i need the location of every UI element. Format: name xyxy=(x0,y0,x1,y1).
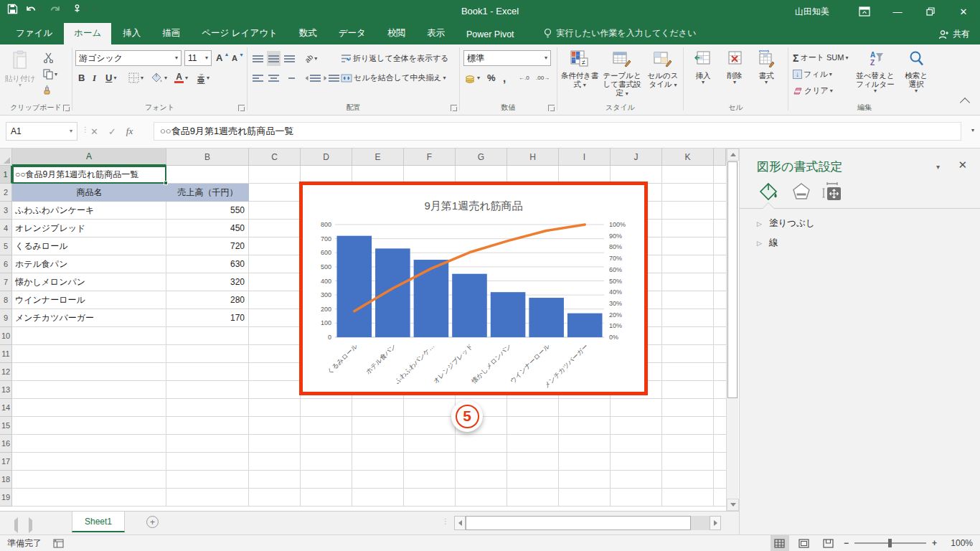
column-header-F[interactable]: F xyxy=(404,149,456,166)
cell-A4[interactable]: オレンジブレッド xyxy=(12,220,164,237)
restore-button[interactable] xyxy=(914,0,947,23)
ribbon-tab-Power Pivot[interactable]: Power Pivot xyxy=(456,25,524,44)
scroll-right-icon[interactable] xyxy=(710,516,721,530)
minimize-button[interactable]: — xyxy=(881,0,914,23)
scroll-left-icon[interactable] xyxy=(454,516,466,530)
borders-icon[interactable]: ▾ xyxy=(127,70,145,85)
ribbon-tab-表示[interactable]: 表示 xyxy=(417,23,455,44)
row-header-13[interactable]: 13 xyxy=(0,381,12,399)
font-name-combo[interactable]: 游ゴシック▾ xyxy=(75,50,182,66)
close-button[interactable]: ✕ xyxy=(947,0,980,23)
clear-button[interactable]: クリア▾ xyxy=(791,83,834,98)
bold-button[interactable]: B xyxy=(77,70,86,85)
name-box[interactable]: A1▾ xyxy=(6,122,77,141)
tab-split-handle[interactable]: ⋮ xyxy=(442,517,450,525)
pane-close-icon[interactable]: ✕ xyxy=(958,159,967,171)
delete-cells-button[interactable]: 削除▾ xyxy=(720,47,750,100)
row-header-11[interactable]: 11 xyxy=(0,345,12,363)
alignment-dialog-launcher-icon[interactable] xyxy=(451,105,457,111)
underline-button[interactable]: U▾ xyxy=(104,70,118,85)
increase-indent-icon[interactable] xyxy=(322,70,341,85)
phonetic-guide-icon[interactable]: ア亜 ▾ xyxy=(196,70,211,85)
align-top-icon[interactable] xyxy=(251,51,265,66)
row-header-4[interactable]: 4 xyxy=(0,220,12,237)
increase-font-icon[interactable]: A▲ xyxy=(215,50,230,65)
column-header-partial[interactable] xyxy=(714,149,726,166)
zoom-out-icon[interactable]: − xyxy=(844,538,849,548)
row-header-3[interactable]: 3 xyxy=(0,202,12,220)
fill-line-icon[interactable] xyxy=(758,182,778,204)
align-right-icon[interactable] xyxy=(283,70,296,85)
column-header-D[interactable]: D xyxy=(301,149,352,166)
column-header-I[interactable]: I xyxy=(559,149,611,166)
ribbon-tab-校閲[interactable]: 校閲 xyxy=(377,23,415,44)
zoom-slider-thumb[interactable] xyxy=(888,539,892,547)
ribbon-tab-ホーム[interactable]: ホーム xyxy=(64,23,111,44)
row-header-14[interactable]: 14 xyxy=(0,399,12,417)
collapse-ribbon-icon[interactable] xyxy=(960,98,970,108)
user-name[interactable]: 山田知美 xyxy=(795,6,829,18)
column-header-B[interactable]: B xyxy=(166,149,249,166)
horizontal-scroll-thumb[interactable] xyxy=(466,516,691,530)
row-header-12[interactable]: 12 xyxy=(0,363,12,381)
format-painter-icon[interactable] xyxy=(42,83,55,98)
row-header-1[interactable]: 1 xyxy=(0,166,12,184)
fill-button[interactable]: ↓ フィル▾ xyxy=(791,67,834,82)
cut-icon[interactable] xyxy=(42,50,55,65)
ribbon-tab-ページ レイアウト[interactable]: ページ レイアウト xyxy=(192,23,288,44)
ribbon-tab-file[interactable]: ファイル xyxy=(6,23,62,44)
page-break-view-icon[interactable] xyxy=(819,535,838,551)
percent-style-icon[interactable]: % xyxy=(486,70,497,85)
align-center-icon[interactable] xyxy=(267,70,281,85)
scroll-down-icon[interactable] xyxy=(727,499,739,511)
cell-A9[interactable]: メンチカツバーガー xyxy=(12,309,164,327)
paste-button[interactable]: 貼り付け ▾ xyxy=(1,47,39,100)
conditional-formatting-button[interactable]: ≠ 条件付き書式 ▾ xyxy=(559,47,600,100)
column-header-H[interactable]: H xyxy=(507,149,559,166)
italic-button[interactable]: I xyxy=(91,70,98,85)
decrease-decimal-icon[interactable]: .00→ xyxy=(534,70,551,85)
ribbon-display-options-icon[interactable] xyxy=(848,0,881,23)
cell-A7[interactable]: 懐かしメロンパン xyxy=(12,273,164,291)
cell-styles-button[interactable]: セルのスタイル ▾ xyxy=(645,47,681,100)
pareto-chart[interactable]: 9月第1週売れ筋商品01002003004005006007008000%10%… xyxy=(299,182,648,395)
new-sheet-icon[interactable]: + xyxy=(146,516,159,528)
column-header-A[interactable]: A xyxy=(12,149,166,166)
align-middle-icon[interactable] xyxy=(267,51,281,66)
column-header-J[interactable]: J xyxy=(611,149,662,166)
accounting-format-icon[interactable]: ▾ xyxy=(463,70,481,85)
ribbon-tab-挿入[interactable]: 挿入 xyxy=(113,23,151,44)
select-all-corner[interactable] xyxy=(0,149,12,166)
expand-line-icon[interactable]: ▷ xyxy=(757,240,762,247)
effects-icon[interactable] xyxy=(791,182,811,204)
cell-B4[interactable]: 450 xyxy=(166,220,245,237)
page-layout-view-icon[interactable] xyxy=(795,535,814,551)
cell-A6[interactable]: ホテル食パン xyxy=(12,255,164,273)
font-dialog-launcher-icon[interactable] xyxy=(238,105,245,111)
sort-filter-button[interactable]: AZ 並べ替えと フィルター▾ xyxy=(854,47,896,100)
confirm-entry-icon[interactable]: ✓ xyxy=(108,126,116,137)
fill-section-header[interactable]: ▷ 塗りつぶし xyxy=(757,217,815,230)
fill-color-icon[interactable]: ▾ xyxy=(150,70,169,85)
font-color-icon[interactable]: A ▾ xyxy=(173,70,189,85)
increase-decimal-icon[interactable]: ←.0 xyxy=(517,70,531,85)
fill-handle[interactable] xyxy=(164,181,168,185)
formula-input[interactable]: ○○食品9月第1週売れ筋商品一覧 xyxy=(154,122,961,141)
line-section-header[interactable]: ▷ 線 xyxy=(757,237,778,249)
pane-dropdown-icon[interactable]: ▾ xyxy=(936,163,940,171)
align-bottom-icon[interactable] xyxy=(283,51,296,66)
row-header-19[interactable]: 19 xyxy=(0,489,12,507)
comma-style-icon[interactable]: , xyxy=(501,70,507,85)
clipboard-dialog-launcher-icon[interactable] xyxy=(63,105,70,111)
cell-A8[interactable]: ウインナーロール xyxy=(12,291,164,309)
column-header-E[interactable]: E xyxy=(352,149,404,166)
cell-B5[interactable]: 720 xyxy=(166,237,245,255)
column-header-C[interactable]: C xyxy=(249,149,301,166)
row-header-2[interactable]: 2 xyxy=(0,184,12,202)
vertical-scrollbar[interactable] xyxy=(726,149,738,511)
row-header-10[interactable]: 10 xyxy=(0,327,12,345)
cell-B2[interactable]: 売上高（千円） xyxy=(166,184,249,202)
row-header-8[interactable]: 8 xyxy=(0,291,12,309)
font-size-combo[interactable]: 11▾ xyxy=(184,50,212,66)
cell-A3[interactable]: ふわふわパンケーキ xyxy=(12,202,164,220)
